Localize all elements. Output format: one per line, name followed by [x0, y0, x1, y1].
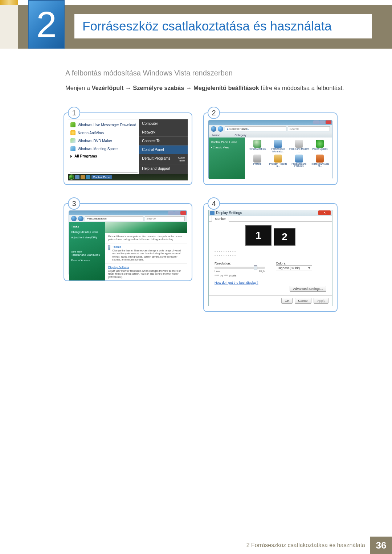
cp-label: Personalizati on — [249, 148, 266, 151]
panel-1: 1 Windows Live Messenger Download Norton… — [64, 112, 192, 185]
start-right-computer[interactable]: Computer — [139, 119, 188, 128]
dialog-content: 1 2 ********** ********** Resolution: Lo… — [209, 222, 332, 295]
panel-1-number: 1 — [68, 107, 80, 119]
slider-high: High — [259, 270, 265, 273]
cp-item-realtek[interactable]: Realtek HD Audio M... — [310, 155, 330, 168]
theme-heading: Theme — [112, 245, 184, 249]
breadcrumb[interactable]: Personalization — [85, 216, 143, 221]
tab-monitor[interactable]: Monitor — [212, 216, 229, 222]
start-all-programs[interactable]: All Programs — [70, 153, 138, 160]
display-settings-text: Adjust your monitor resolution, which ch… — [108, 270, 184, 279]
cp-item-phone[interactable]: Phone and Modem ... — [289, 140, 309, 153]
start-orb-icon[interactable] — [69, 175, 74, 180]
link-change-desktop-icons[interactable]: Change desktop icons — [71, 230, 103, 234]
taskbar-control-panel[interactable]: Control Panel — [91, 175, 112, 179]
maximize-button[interactable] — [174, 211, 180, 215]
search-input[interactable]: Search — [145, 216, 185, 221]
section-theme[interactable]: Theme Change the theme. Themes can chang… — [105, 243, 187, 263]
resolution-block: Resolution: Low High **** by **** pixels — [215, 262, 265, 277]
nav-back-icon[interactable] — [211, 126, 216, 132]
col-name[interactable]: Name — [212, 134, 220, 137]
mouse-text: Pick a different mouse pointer. You can … — [108, 235, 184, 241]
start-menu-right: Computer Network Connect To Control Pane… — [139, 119, 188, 180]
col-category[interactable]: Category — [234, 134, 246, 137]
help-link[interactable]: How do I get the best display? — [215, 281, 326, 284]
cp-home-link[interactable]: Control Panel Home — [211, 140, 243, 144]
chapter-number: 2 — [36, 4, 57, 45]
start-item-label: Windows Live Messenger Download — [78, 123, 136, 127]
start-right-default-programs[interactable]: Default Programs Custo remo — [139, 154, 188, 164]
cp-item-performance[interactable]: Performance Informatio... — [268, 140, 289, 153]
breadcrumb-cp: Control Panel — [229, 127, 247, 131]
cp-sidebar: Control Panel Home Classic View — [209, 138, 245, 179]
left-margin — [0, 49, 18, 554]
cp-item-problem[interactable]: Problem Reports a... — [268, 155, 289, 168]
link-taskbar-start[interactable]: Taskbar and Start Menu — [71, 253, 103, 257]
start-item-dvd[interactable]: Windows DVD Maker — [70, 137, 138, 145]
advanced-settings-button[interactable]: Advanced Settings... — [290, 286, 326, 292]
address-bar-row: ▸ Control Panel ▸ Search — [209, 125, 332, 132]
taskbar-icon[interactable] — [86, 175, 90, 179]
monitor-preview[interactable]: 1 2 — [215, 225, 326, 246]
start-item-norton[interactable]: Norton AntiVirus — [70, 129, 138, 137]
ok-button[interactable]: OK — [281, 298, 293, 304]
minimize-button[interactable] — [313, 120, 319, 124]
cp-item-personalization[interactable]: Personalizati on — [247, 140, 268, 153]
start-menu: Windows Live Messenger Download Norton A… — [68, 119, 188, 181]
instr-arrow-1: → — [124, 85, 133, 91]
window-titlebar — [69, 211, 187, 215]
cp-item-power[interactable]: Power Options — [310, 140, 330, 153]
search-input[interactable]: Search — [288, 126, 330, 131]
breadcrumb-caret: ▸ — [248, 127, 249, 131]
start-menu-left: Windows Live Messenger Download Norton A… — [68, 119, 139, 180]
search-placeholder: Search — [290, 127, 299, 131]
close-button[interactable] — [326, 120, 331, 124]
instr-suffix: fülre és módosítsa a felbontást. — [259, 85, 344, 91]
slider-thumb[interactable] — [254, 265, 257, 270]
apply-button[interactable]: Apply — [314, 298, 328, 304]
display-settings-icon — [210, 211, 215, 215]
instr-arrow-2: → — [184, 85, 193, 91]
start-right-network[interactable]: Network — [139, 128, 188, 137]
cp-item-programs[interactable]: Programs and Features — [289, 155, 309, 168]
nav-forward-icon[interactable] — [218, 126, 223, 132]
taskbar-icon[interactable] — [81, 175, 85, 179]
link-adjust-font-size[interactable]: Adjust font size (DPI) — [71, 236, 103, 239]
printers-icon — [253, 155, 261, 163]
cancel-button[interactable]: Cancel — [295, 298, 311, 304]
cp-icon-area: Personalizati on Performance Informatio.… — [245, 138, 332, 179]
close-button[interactable] — [180, 211, 186, 215]
breadcrumb[interactable]: ▸ Control Panel ▸ — [225, 126, 286, 131]
colors-select[interactable]: Highest (32 bit) — [276, 265, 312, 271]
link-ease-of-access[interactable]: Ease of Access — [71, 259, 103, 262]
norton-icon — [70, 130, 75, 135]
start-right-control-panel[interactable]: Control Panel — [139, 145, 188, 154]
cp-icon-grid: Personalizati on Performance Informatio.… — [247, 140, 330, 168]
cp-label: Phone and Modem ... — [289, 148, 309, 153]
start-right-connect[interactable]: Connect To — [139, 137, 188, 145]
theme-thumbnail-icon — [108, 245, 110, 250]
instr-prefix: Menjen a — [65, 85, 91, 91]
cp-label: Programs and Features — [289, 163, 309, 168]
chevron-down-icon — [308, 267, 310, 269]
column-header-row: Name Category — [209, 132, 332, 138]
maximize-button[interactable] — [319, 120, 325, 124]
start-right-help[interactable]: Help and Support — [139, 164, 188, 173]
start-item-meeting[interactable]: Windows Meeting Space — [70, 145, 138, 153]
nav-back-icon[interactable] — [71, 216, 77, 221]
close-button[interactable] — [318, 210, 331, 215]
cp-classic-view-link[interactable]: Classic View — [211, 146, 243, 149]
section-display-settings[interactable]: Display Settings Adjust your monitor res… — [105, 263, 187, 280]
monitor-2[interactable]: 2 — [274, 228, 295, 246]
page-footer: 2 Forráseszköz csatlakoztatása és haszná… — [0, 537, 392, 554]
phone-modem-icon — [295, 140, 303, 148]
cp-item-printers[interactable]: Printers — [247, 155, 268, 168]
resolution-slider[interactable] — [215, 267, 265, 269]
cp-label: Power Options — [312, 148, 328, 151]
monitor-1[interactable]: 1 — [245, 225, 271, 246]
nav-forward-icon[interactable] — [78, 216, 83, 221]
minimize-button[interactable] — [168, 211, 174, 215]
start-item-msn[interactable]: Windows Live Messenger Download — [70, 121, 138, 129]
resolution-label: Resolution: — [215, 262, 265, 265]
taskbar-icon[interactable] — [75, 175, 79, 179]
